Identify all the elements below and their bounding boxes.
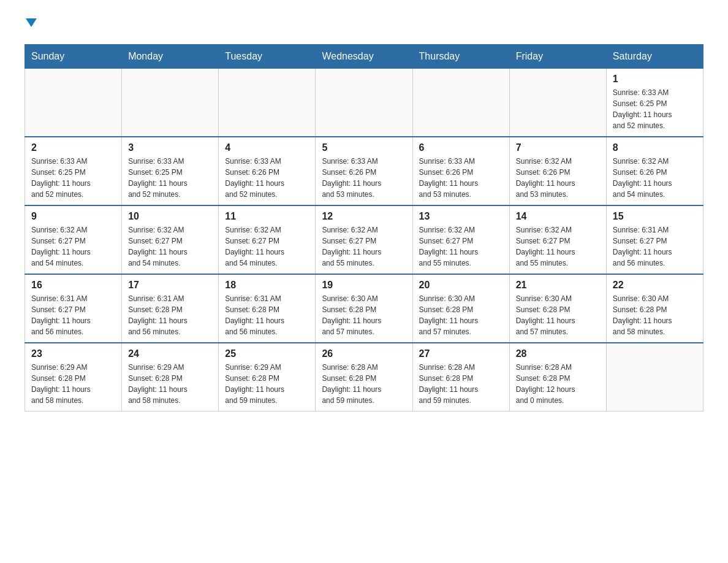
week-row-5: 23Sunrise: 6:29 AMSunset: 6:28 PMDayligh…: [25, 343, 703, 412]
calendar-cell: 19Sunrise: 6:30 AMSunset: 6:28 PMDayligh…: [316, 274, 412, 343]
day-info: Sunrise: 6:28 AMSunset: 6:28 PMDaylight:…: [419, 362, 503, 406]
day-number: 23: [31, 348, 115, 359]
day-number: 24: [128, 348, 212, 359]
day-info: Sunrise: 6:33 AMSunset: 6:25 PMDaylight:…: [613, 87, 697, 131]
day-info: Sunrise: 6:29 AMSunset: 6:28 PMDaylight:…: [128, 362, 212, 406]
day-info: Sunrise: 6:32 AMSunset: 6:27 PMDaylight:…: [225, 224, 309, 269]
day-info: Sunrise: 6:31 AMSunset: 6:28 PMDaylight:…: [225, 293, 309, 337]
day-number: 6: [419, 142, 503, 153]
day-number: 22: [613, 280, 697, 291]
day-info: Sunrise: 6:33 AMSunset: 6:26 PMDaylight:…: [322, 156, 406, 200]
weekday-header-wednesday: Wednesday: [316, 45, 412, 69]
day-info: Sunrise: 6:30 AMSunset: 6:28 PMDaylight:…: [322, 293, 406, 337]
day-number: 27: [419, 348, 503, 359]
calendar-cell: 22Sunrise: 6:30 AMSunset: 6:28 PMDayligh…: [606, 274, 703, 343]
calendar-cell: 20Sunrise: 6:30 AMSunset: 6:28 PMDayligh…: [412, 274, 509, 343]
weekday-header-tuesday: Tuesday: [219, 45, 316, 69]
calendar-table: SundayMondayTuesdayWednesdayThursdayFrid…: [25, 44, 703, 412]
weekday-header-monday: Monday: [122, 45, 219, 69]
calendar-cell: 7Sunrise: 6:32 AMSunset: 6:26 PMDaylight…: [509, 137, 606, 205]
week-row-1: 1Sunrise: 6:33 AMSunset: 6:25 PMDaylight…: [25, 69, 703, 137]
calendar-cell: 23Sunrise: 6:29 AMSunset: 6:28 PMDayligh…: [25, 343, 122, 412]
day-info: Sunrise: 6:28 AMSunset: 6:28 PMDaylight:…: [516, 362, 600, 406]
week-row-4: 16Sunrise: 6:31 AMSunset: 6:27 PMDayligh…: [25, 274, 703, 343]
weekday-header-friday: Friday: [509, 45, 606, 69]
calendar-cell: [219, 69, 316, 137]
calendar-cell: [509, 69, 606, 137]
calendar-cell: 16Sunrise: 6:31 AMSunset: 6:27 PMDayligh…: [25, 274, 122, 343]
day-info: Sunrise: 6:32 AMSunset: 6:27 PMDaylight:…: [31, 224, 115, 269]
calendar-cell: 15Sunrise: 6:31 AMSunset: 6:27 PMDayligh…: [606, 205, 703, 274]
day-info: Sunrise: 6:31 AMSunset: 6:27 PMDaylight:…: [613, 224, 697, 269]
weekday-header-saturday: Saturday: [606, 45, 703, 69]
calendar-cell: 13Sunrise: 6:32 AMSunset: 6:27 PMDayligh…: [412, 205, 509, 274]
day-info: Sunrise: 6:30 AMSunset: 6:28 PMDaylight:…: [419, 293, 503, 337]
day-info: Sunrise: 6:32 AMSunset: 6:27 PMDaylight:…: [419, 224, 503, 269]
day-number: 2: [31, 142, 115, 153]
calendar-cell: [25, 69, 122, 137]
calendar-cell: 25Sunrise: 6:29 AMSunset: 6:28 PMDayligh…: [219, 343, 316, 412]
day-number: 18: [225, 280, 309, 291]
calendar-cell: 14Sunrise: 6:32 AMSunset: 6:27 PMDayligh…: [509, 205, 606, 274]
day-info: Sunrise: 6:32 AMSunset: 6:27 PMDaylight:…: [322, 224, 406, 269]
day-info: Sunrise: 6:31 AMSunset: 6:28 PMDaylight:…: [128, 293, 212, 337]
day-info: Sunrise: 6:33 AMSunset: 6:26 PMDaylight:…: [225, 156, 309, 200]
day-info: Sunrise: 6:30 AMSunset: 6:28 PMDaylight:…: [516, 293, 600, 337]
calendar-cell: 28Sunrise: 6:28 AMSunset: 6:28 PMDayligh…: [509, 343, 606, 412]
day-number: 12: [322, 211, 406, 222]
day-info: Sunrise: 6:33 AMSunset: 6:25 PMDaylight:…: [128, 156, 212, 200]
day-number: 1: [613, 74, 697, 85]
day-info: Sunrise: 6:29 AMSunset: 6:28 PMDaylight:…: [31, 362, 115, 406]
day-number: 25: [225, 348, 309, 359]
weekday-header-sunday: Sunday: [25, 45, 122, 69]
calendar-cell: 4Sunrise: 6:33 AMSunset: 6:26 PMDaylight…: [219, 137, 316, 205]
day-info: Sunrise: 6:32 AMSunset: 6:26 PMDaylight:…: [516, 156, 600, 200]
calendar-cell: 5Sunrise: 6:33 AMSunset: 6:26 PMDaylight…: [316, 137, 412, 205]
day-info: Sunrise: 6:28 AMSunset: 6:28 PMDaylight:…: [322, 362, 406, 406]
calendar-cell: 17Sunrise: 6:31 AMSunset: 6:28 PMDayligh…: [122, 274, 219, 343]
day-info: Sunrise: 6:33 AMSunset: 6:25 PMDaylight:…: [31, 156, 115, 200]
logo: [25, 18, 37, 32]
day-number: 15: [613, 211, 697, 222]
day-info: Sunrise: 6:29 AMSunset: 6:28 PMDaylight:…: [225, 362, 309, 406]
day-number: 16: [31, 280, 115, 291]
calendar-cell: [122, 69, 219, 137]
day-info: Sunrise: 6:32 AMSunset: 6:27 PMDaylight:…: [128, 224, 212, 269]
day-info: Sunrise: 6:31 AMSunset: 6:27 PMDaylight:…: [31, 293, 115, 337]
day-number: 10: [128, 211, 212, 222]
calendar-cell: 12Sunrise: 6:32 AMSunset: 6:27 PMDayligh…: [316, 205, 412, 274]
day-info: Sunrise: 6:30 AMSunset: 6:28 PMDaylight:…: [613, 293, 697, 337]
day-number: 17: [128, 280, 212, 291]
week-row-3: 9Sunrise: 6:32 AMSunset: 6:27 PMDaylight…: [25, 205, 703, 274]
day-number: 28: [516, 348, 600, 359]
day-number: 19: [322, 280, 406, 291]
calendar-cell: 26Sunrise: 6:28 AMSunset: 6:28 PMDayligh…: [316, 343, 412, 412]
calendar-cell: 10Sunrise: 6:32 AMSunset: 6:27 PMDayligh…: [122, 205, 219, 274]
calendar-cell: 3Sunrise: 6:33 AMSunset: 6:25 PMDaylight…: [122, 137, 219, 205]
weekday-header-row: SundayMondayTuesdayWednesdayThursdayFrid…: [25, 45, 703, 69]
day-info: Sunrise: 6:33 AMSunset: 6:26 PMDaylight:…: [419, 156, 503, 200]
calendar-cell: 9Sunrise: 6:32 AMSunset: 6:27 PMDaylight…: [25, 205, 122, 274]
day-number: 26: [322, 348, 406, 359]
calendar-cell: 24Sunrise: 6:29 AMSunset: 6:28 PMDayligh…: [122, 343, 219, 412]
day-number: 5: [322, 142, 406, 153]
day-number: 3: [128, 142, 212, 153]
day-number: 14: [516, 211, 600, 222]
svg-marker-0: [26, 18, 37, 27]
day-number: 21: [516, 280, 600, 291]
calendar-cell: 8Sunrise: 6:32 AMSunset: 6:26 PMDaylight…: [606, 137, 703, 205]
calendar-cell: 21Sunrise: 6:30 AMSunset: 6:28 PMDayligh…: [509, 274, 606, 343]
calendar-cell: 2Sunrise: 6:33 AMSunset: 6:25 PMDaylight…: [25, 137, 122, 205]
day-number: 9: [31, 211, 115, 222]
calendar-cell: 11Sunrise: 6:32 AMSunset: 6:27 PMDayligh…: [219, 205, 316, 274]
calendar-cell: [606, 343, 703, 412]
day-info: Sunrise: 6:32 AMSunset: 6:26 PMDaylight:…: [613, 156, 697, 200]
day-number: 8: [613, 142, 697, 153]
day-info: Sunrise: 6:32 AMSunset: 6:27 PMDaylight:…: [516, 224, 600, 269]
day-number: 4: [225, 142, 309, 153]
calendar-cell: 1Sunrise: 6:33 AMSunset: 6:25 PMDaylight…: [606, 69, 703, 137]
page-header: [25, 18, 703, 32]
day-number: 13: [419, 211, 503, 222]
calendar-cell: 18Sunrise: 6:31 AMSunset: 6:28 PMDayligh…: [219, 274, 316, 343]
calendar-cell: 27Sunrise: 6:28 AMSunset: 6:28 PMDayligh…: [412, 343, 509, 412]
